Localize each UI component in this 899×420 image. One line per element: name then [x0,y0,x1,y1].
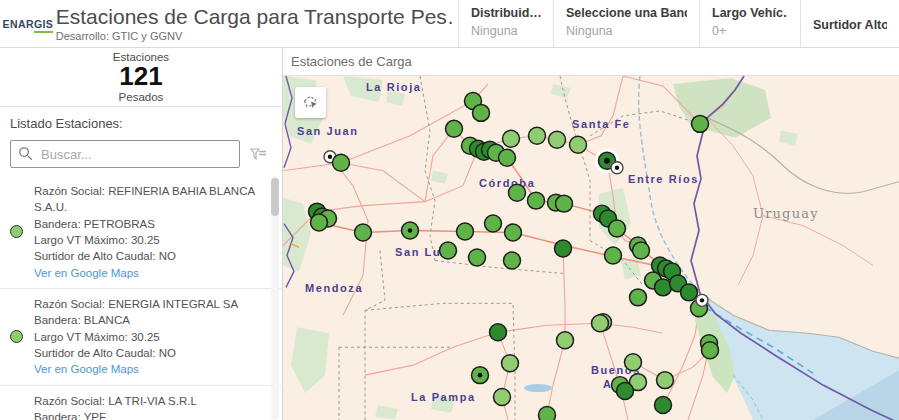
station-map-marker[interactable] [490,324,507,341]
station-map-marker[interactable] [592,315,609,332]
enargis-logo: ENARGIS [0,0,56,47]
app-body: Estaciones 121 Pesados Listado Estacione… [0,48,899,420]
station-map-marker[interactable] [457,223,474,240]
station-map-marker[interactable] [446,120,463,137]
map-panel-title: Estaciones de Carga [291,54,412,69]
station-map-marker[interactable] [657,372,674,389]
search-box [10,140,240,168]
station-map-marker[interactable] [696,294,708,306]
station-map-marker[interactable] [692,115,709,132]
filter-largo-vehiculo[interactable]: Largo Vehíc… 0+ [699,0,800,47]
station-map-marker[interactable] [555,240,572,257]
map-panel-header: Estaciones de Carga [283,48,899,76]
station-map-marker[interactable] [503,130,520,147]
station-map-marker[interactable] [472,367,489,384]
station-map-marker[interactable] [505,224,522,241]
page-subtitle: Desarrollo: GTIC y GGNV [56,30,452,42]
station-list-item[interactable]: Razón Social: LA TRI-VIA S.R.L Bandera: … [0,386,282,420]
station-map-marker[interactable] [557,332,574,349]
map-label: San Juan [297,125,359,137]
search-input[interactable] [10,140,240,168]
filter-value: Ninguna [566,24,687,38]
station-map-marker[interactable] [655,279,672,296]
station-map-marker[interactable] [549,131,566,148]
map-label: La Pampa [411,391,476,403]
filter-bandera[interactable]: Seleccione una Band… Ninguna [553,0,699,47]
station-map-marker[interactable] [625,354,642,371]
station-map-marker[interactable] [469,249,486,266]
filter-label: Seleccione una Band… [566,6,687,20]
map-label: Santa Fe [572,118,631,130]
counter-label-bottom: Pesados [119,91,164,103]
station-map-marker[interactable] [509,184,526,201]
station-map-marker[interactable] [556,195,573,212]
station-map-marker[interactable] [528,192,545,209]
list-scrollbar-thumb[interactable] [271,178,279,216]
map-select-tool-icon [302,94,319,111]
station-map-marker[interactable] [485,215,502,232]
station-counter-card: Estaciones 121 Pesados [0,48,282,107]
station-map-marker[interactable] [473,104,490,121]
header-filters: Distribuid… Ninguna Seleccione una Band…… [458,0,899,47]
station-marker-icon [10,225,23,238]
search-icon [18,146,33,161]
filter-label: Surtidor Alto Cau [813,18,887,32]
station-map-marker[interactable] [502,355,519,372]
station-google-maps-link[interactable]: Ver en Google Maps [34,265,139,281]
station-map-marker[interactable] [402,222,419,239]
filter-label: Distribuid… [471,6,541,20]
station-map-marker[interactable] [609,220,626,237]
station-map-marker[interactable] [494,389,511,406]
station-bandera: Bandera: YPF [34,409,197,420]
filter-value: Ninguna [471,24,541,38]
station-map-marker[interactable] [355,224,372,241]
station-map-marker[interactable] [681,284,698,301]
list-filter-button[interactable] [248,144,268,164]
station-list-item[interactable]: Razón Social: REFINERIA BAHIA BLANCA S.A… [0,176,282,289]
map-tool-button[interactable] [295,87,326,118]
station-map-marker[interactable] [570,136,587,153]
list-scrollbar[interactable] [271,176,279,420]
station-map-marker[interactable] [504,252,521,269]
station-map-marker[interactable] [655,397,672,414]
app-title-block: Estaciones de Carga para Transporte Pes…… [56,0,458,47]
lake [524,384,552,392]
counter-value: 121 [119,63,162,90]
station-map-marker[interactable] [529,127,546,144]
argentina-map[interactable]: La RiojaSan JuanSanta FeCórdobaEntre Río… [283,76,899,420]
filter-distribuidora[interactable]: Distribuid… Ninguna [458,0,553,47]
station-map-marker[interactable] [333,154,350,171]
station-bandera: Bandera: PETROBRAS [34,216,260,232]
station-map-marker[interactable] [311,214,328,231]
sidebar: Estaciones 121 Pesados Listado Estacione… [0,48,283,420]
logo-text-gis: GIS [34,18,53,33]
station-map-marker[interactable] [440,242,457,259]
station-map-marker[interactable] [611,162,623,174]
map-panel: Estaciones de Carga [283,48,899,420]
app-header: ENARGIS Estaciones de Carga para Transpo… [0,0,899,48]
station-map-marker[interactable] [633,242,650,259]
station-map-marker[interactable] [539,407,556,420]
station-map-marker[interactable] [702,342,719,359]
station-list-item[interactable]: Razón Social: ENERGIA INTEGRAL SA Bander… [0,289,282,386]
station-map-marker[interactable] [605,247,622,264]
filter-surtidor-alto-caudal[interactable]: Surtidor Alto Cau [800,0,899,47]
map-label: Uruguay [753,206,819,221]
enargis-dashboard: ENARGIS Estaciones de Carga para Transpo… [0,0,899,420]
filter-icon [250,147,267,162]
station-map-marker[interactable] [630,289,647,306]
station-surtidor: Surtidor de Alto Caudal: NO [34,345,238,361]
station-google-maps-link[interactable]: Ver en Google Maps [34,361,139,377]
station-razon-social: Razón Social: REFINERIA BAHIA BLANCA S.A… [34,183,260,216]
station-razon-social: Razón Social: ENERGIA INTEGRAL SA [34,296,238,312]
filter-value: 0+ [712,24,788,38]
map-canvas[interactable]: La RiojaSan JuanSanta FeCórdobaEntre Río… [283,76,899,420]
station-map-marker[interactable] [499,149,516,166]
map-label: La Rioja [366,81,422,93]
list-title: Listado Estaciones: [0,116,282,131]
map-label: Entre Ríos [628,173,699,185]
logo-text-prefix: ENAR [3,18,34,30]
station-surtidor: Surtidor de Alto Caudal: NO [34,248,260,264]
station-map-marker[interactable] [617,383,634,400]
page-title: Estaciones de Carga para Transporte Pes… [56,5,452,29]
